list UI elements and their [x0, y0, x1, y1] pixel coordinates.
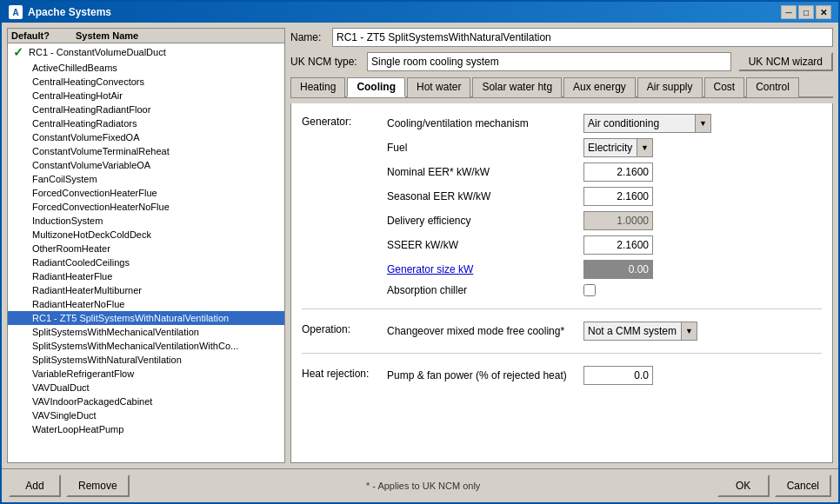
- list-item[interactable]: ConstantVolumeFixedOA: [8, 130, 284, 144]
- ncm-input[interactable]: [367, 52, 731, 71]
- title-bar-left: A Apache Systems: [9, 5, 111, 19]
- list-item[interactable]: VAVSingleDuct: [8, 408, 284, 422]
- maximize-button[interactable]: □: [798, 5, 814, 19]
- list-item[interactable]: VAVDualDuct: [8, 381, 284, 395]
- list-item[interactable]: InductionSystem: [8, 214, 284, 228]
- list-item[interactable]: MultizoneHotDeckColdDeck: [8, 228, 284, 242]
- list-item-name: ConstantVolumeVariableOA: [32, 160, 150, 170]
- separator1: [302, 308, 822, 309]
- list-item[interactable]: CentralHeatingRadiators: [8, 116, 284, 130]
- system-list-panel: Default? System Name ✓RC1 - ConstantVolu…: [7, 28, 285, 463]
- tab-cooling[interactable]: Cooling: [347, 77, 405, 97]
- nominal-eer-input[interactable]: [583, 162, 653, 182]
- list-item[interactable]: ForcedConvectionHeaterNoFlue: [8, 200, 284, 214]
- list-item[interactable]: SplitSystemsWithMechanicalVentilation: [8, 325, 284, 339]
- remove-button[interactable]: Remove: [66, 474, 130, 497]
- pump-fan-input[interactable]: [583, 366, 653, 385]
- fuel-select[interactable]: Electricity Gas Oil: [584, 139, 637, 156]
- ncm-wizard-button[interactable]: UK NCM wizard: [738, 52, 833, 71]
- list-item[interactable]: ForcedConvectionHeaterFlue: [8, 186, 284, 200]
- tab-content: Generator: Cooling/ventilation mechanism…: [290, 103, 833, 463]
- list-item-name: RC1 - ZT5 SplitSystemsWithNaturalVentila…: [32, 313, 229, 323]
- cooling-ventilation-select[interactable]: Air conditioning Natural ventilation Mec…: [584, 115, 695, 132]
- cooling-ventilation-arrow[interactable]: ▼: [695, 115, 710, 132]
- name-row: Name:: [290, 28, 833, 47]
- list-col1-header: Default?: [11, 30, 50, 41]
- list-item[interactable]: CentralHeatingConvectors: [8, 75, 284, 89]
- list-item-name: ForcedConvectionHeaterFlue: [32, 188, 157, 198]
- add-button[interactable]: Add: [9, 474, 61, 497]
- generator-label: Generator:: [302, 114, 380, 128]
- operation-row: Operation: Changeover mixed mode free co…: [302, 322, 822, 341]
- sseer-input[interactable]: [583, 235, 653, 255]
- list-header: Default? System Name: [8, 29, 284, 43]
- list-item-name: RadiantHeaterFlue: [32, 271, 112, 282]
- tab-heating[interactable]: Heating: [290, 77, 345, 97]
- title-bar: A Apache Systems ─ □ ✕: [2, 2, 838, 23]
- list-item[interactable]: SplitSystemsWithNaturalVentilation: [8, 353, 284, 367]
- heat-rejection-row: Heat rejection: Pump & fan power (% of r…: [302, 366, 822, 385]
- tab-control[interactable]: Control: [746, 77, 799, 97]
- list-item[interactable]: ActiveChilledBeams: [8, 61, 284, 75]
- fuel-arrow[interactable]: ▼: [637, 139, 652, 156]
- tab-aux_energy[interactable]: Aux energy: [563, 77, 636, 97]
- title-bar-buttons: ─ □ ✕: [781, 5, 831, 19]
- changeover-select[interactable]: Not a CMM system CMM system: [584, 322, 681, 340]
- name-input[interactable]: [332, 28, 833, 47]
- list-item[interactable]: FanCoilSystem: [8, 172, 284, 186]
- list-item[interactable]: RadiantCooledCeilings: [8, 255, 284, 269]
- list-item-name: InductionSystem: [32, 216, 103, 226]
- changeover-label: Changeover mixed mode free cooling*: [387, 325, 578, 337]
- seasonal-eer-input[interactable]: [583, 187, 653, 206]
- list-item-name: SplitSystemsWithMechanicalVentilationWit…: [32, 341, 238, 351]
- changeover-dropdown[interactable]: Not a CMM system CMM system ▼: [583, 322, 697, 341]
- list-item[interactable]: RadiantHeaterMultiburner: [8, 283, 284, 297]
- list-item[interactable]: CentralHeatingRadiantFloor: [8, 103, 284, 116]
- absorption-chiller-checkbox[interactable]: [583, 284, 596, 296]
- list-item-name: ConstantVolumeTerminalReheat: [32, 146, 170, 156]
- cooling-ventilation-row: Cooling/ventilation mechanism Air condit…: [387, 114, 822, 133]
- list-item[interactable]: CentralHeatingHotAir: [8, 89, 284, 103]
- list-col2-header: System Name: [76, 30, 138, 41]
- ok-button[interactable]: OK: [717, 474, 770, 497]
- window-title: Apache Systems: [28, 6, 111, 18]
- cooling-form: Generator: Cooling/ventilation mechanism…: [302, 114, 822, 385]
- list-item[interactable]: RC1 - ZT5 SplitSystemsWithNaturalVentila…: [8, 311, 284, 325]
- operation-fields: Changeover mixed mode free cooling* Not …: [387, 322, 822, 341]
- list-item-name: ActiveChilledBeams: [32, 63, 117, 73]
- tab-solar_water_htg[interactable]: Solar water htg: [472, 77, 562, 97]
- list-item[interactable]: OtherRoomHeater: [8, 242, 284, 255]
- minimize-button[interactable]: ─: [781, 5, 797, 19]
- list-item[interactable]: VariableRefrigerantFlow: [8, 367, 284, 381]
- tab-hot_water[interactable]: Hot water: [407, 77, 470, 97]
- name-label: Name:: [290, 31, 325, 43]
- footnote: * - Applies to UK NCM only: [366, 481, 480, 491]
- list-item[interactable]: ConstantVolumeVariableOA: [8, 158, 284, 172]
- list-item[interactable]: WaterLoopHeatPump: [8, 422, 284, 436]
- close-button[interactable]: ✕: [816, 5, 831, 19]
- list-item[interactable]: ✓RC1 - ConstantVolumeDualDuct: [8, 43, 284, 61]
- fuel-dropdown[interactable]: Electricity Gas Oil ▼: [583, 138, 653, 157]
- seasonal-eer-label: Seasonal EER kW/kW: [387, 190, 578, 202]
- list-item[interactable]: SplitSystemsWithMechanicalVentilationWit…: [8, 339, 284, 353]
- default-checkmark: ✓: [13, 45, 23, 59]
- cooling-ventilation-dropdown[interactable]: Air conditioning Natural ventilation Mec…: [583, 114, 711, 133]
- tab-air_supply[interactable]: Air supply: [637, 77, 703, 97]
- list-item-name: ConstantVolumeFixedOA: [32, 132, 140, 143]
- generator-fields: Cooling/ventilation mechanism Air condit…: [387, 114, 822, 296]
- heat-rejection-label: Heat rejection:: [302, 366, 380, 380]
- list-item-name: VAVSingleDuct: [32, 410, 97, 421]
- delivery-efficiency-input: [583, 211, 653, 230]
- list-item[interactable]: RadiantHeaterFlue: [8, 269, 284, 283]
- list-item-name: CentralHeatingRadiantFloor: [32, 104, 150, 115]
- list-item-name: RadiantHeaterMultiburner: [32, 285, 142, 295]
- separator2: [302, 353, 822, 354]
- tab-cost[interactable]: Cost: [704, 77, 745, 97]
- list-item[interactable]: RadiantHeaterNoFlue: [8, 297, 284, 311]
- list-item[interactable]: ConstantVolumeTerminalReheat: [8, 144, 284, 158]
- changeover-arrow[interactable]: ▼: [681, 322, 697, 340]
- generator-size-label[interactable]: Generator size kW: [387, 263, 578, 275]
- list-item[interactable]: VAVIndoorPackagedCabinet: [8, 395, 284, 408]
- cancel-button[interactable]: Cancel: [775, 474, 831, 497]
- system-list[interactable]: ✓RC1 - ConstantVolumeDualDuctActiveChill…: [8, 43, 284, 462]
